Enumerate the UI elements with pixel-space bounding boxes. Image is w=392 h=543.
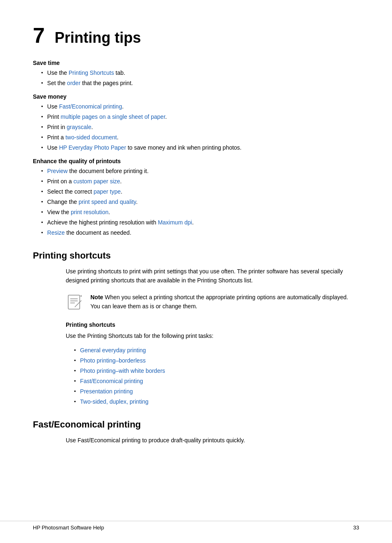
paper-type-link[interactable]: paper type: [94, 188, 121, 195]
page-footer: HP Photosmart Software Help 33: [0, 521, 392, 531]
print-resolution-link[interactable]: print resolution: [71, 209, 108, 215]
note-content: When you select a printing shortcut the …: [90, 294, 348, 310]
chapter-title: Printing tips: [55, 29, 141, 46]
shortcuts-intro: Use the Printing Shortcuts tab for the f…: [66, 331, 359, 340]
chapter-number: 7: [33, 25, 45, 46]
note-text: Note When you select a printing shortcut…: [90, 293, 359, 311]
save-money-list: Use Fast/Economical printing. Print mult…: [41, 102, 359, 152]
footer-left: HP Photosmart Software Help: [33, 525, 104, 531]
list-item: Select the correct paper type.: [41, 187, 359, 196]
custom-paper-link[interactable]: custom paper size: [74, 178, 120, 185]
two-sided-duplex-link[interactable]: Two-sided, duplex, printing: [80, 397, 149, 406]
presentation-link[interactable]: Presentation printing: [80, 387, 133, 396]
save-time-heading: Save time: [33, 60, 359, 66]
svg-text:✦: ✦: [80, 294, 83, 298]
list-item: Print in grayscale.: [41, 123, 359, 132]
resize-link[interactable]: Resize: [47, 229, 65, 236]
fast-economical-body: Use Fast/Economical printing to produce …: [66, 436, 359, 445]
photo-white-borders-link[interactable]: Photo printing–with white borders: [80, 367, 165, 375]
note-label: Note: [90, 294, 103, 300]
fast-economical-shortcuts-link[interactable]: Fast/Economical printing: [80, 377, 143, 386]
list-item: Resize the document as needed.: [41, 229, 359, 237]
photo-borderless-link[interactable]: Photo printing–borderless: [80, 356, 146, 365]
list-item: Photo printing–with white borders: [74, 367, 359, 375]
list-item: Two-sided, duplex, printing: [74, 397, 359, 406]
list-item: Photo printing–borderless: [74, 356, 359, 365]
list-item: Use the Printing Shortcuts tab.: [41, 69, 359, 77]
printing-shortcuts-title: Printing shortcuts: [33, 250, 359, 261]
printing-shortcuts-body: Use printing shortcuts to print with pri…: [66, 267, 359, 285]
save-money-heading: Save money: [33, 93, 359, 100]
list-item: Print on a custom paper size.: [41, 177, 359, 186]
enhance-quality-heading: Enhance the quality of printouts: [33, 158, 359, 164]
list-item: Use HP Everyday Photo Paper to save mone…: [41, 143, 359, 152]
note-icon: ✦: [66, 293, 85, 312]
list-item: Achieve the highest printing resolution …: [41, 218, 359, 227]
list-item: Change the print speed and quality.: [41, 198, 359, 206]
svg-rect-0: [68, 295, 80, 309]
printing-shortcuts-section: Printing shortcuts Use printing shortcut…: [33, 250, 359, 406]
general-everyday-link[interactable]: General everyday printing: [80, 346, 146, 355]
save-money-section: Save money Use Fast/Economical printing.…: [33, 93, 359, 152]
maximum-dpi-link[interactable]: Maximum dpi: [158, 219, 192, 226]
svg-line-5: [75, 306, 76, 307]
fast-economical-title: Fast/Economical printing: [33, 419, 359, 430]
list-item: Print a two-sided document.: [41, 133, 359, 142]
footer-right: 33: [353, 525, 359, 531]
enhance-quality-section: Enhance the quality of printouts Preview…: [33, 158, 359, 237]
save-time-list: Use the Printing Shortcuts tab. Set the …: [41, 69, 359, 88]
list-item: Fast/Economical printing: [74, 377, 359, 386]
fast-economical-link[interactable]: Fast/Economical printing: [59, 103, 122, 110]
preview-link[interactable]: Preview: [47, 168, 68, 174]
fast-economical-section: Fast/Economical printing Use Fast/Econom…: [33, 419, 359, 445]
printing-shortcuts-subsection-heading: Printing shortcuts: [66, 321, 359, 328]
note-box: ✦ Note When you select a printing shortc…: [66, 293, 359, 312]
multiple-pages-link[interactable]: multiple pages on a single sheet of pape…: [61, 113, 166, 120]
list-item: Print multiple pages on a single sheet o…: [41, 113, 359, 121]
two-sided-link[interactable]: two-sided document: [65, 134, 117, 141]
list-item: General everyday printing: [74, 346, 359, 355]
enhance-quality-list: Preview the document before printing it.…: [41, 167, 359, 237]
order-link[interactable]: order: [67, 80, 81, 86]
print-speed-link[interactable]: print speed and quality: [78, 199, 136, 205]
list-item: View the print resolution.: [41, 208, 359, 217]
printing-shortcuts-link[interactable]: Printing Shortcuts: [69, 69, 114, 76]
grayscale-link[interactable]: grayscale: [67, 124, 91, 130]
list-item: Set the order that the pages print.: [41, 79, 359, 88]
list-item: Presentation printing: [74, 387, 359, 396]
list-item: Preview the document before printing it.: [41, 167, 359, 176]
shortcuts-list: General everyday printing Photo printing…: [74, 346, 359, 406]
hp-everyday-link[interactable]: HP Everyday Photo Paper: [59, 144, 126, 151]
svg-line-6: [80, 300, 81, 302]
save-time-section: Save time Use the Printing Shortcuts tab…: [33, 60, 359, 88]
list-item: Use Fast/Economical printing.: [41, 102, 359, 111]
chapter-header: 7 Printing tips: [33, 25, 359, 46]
